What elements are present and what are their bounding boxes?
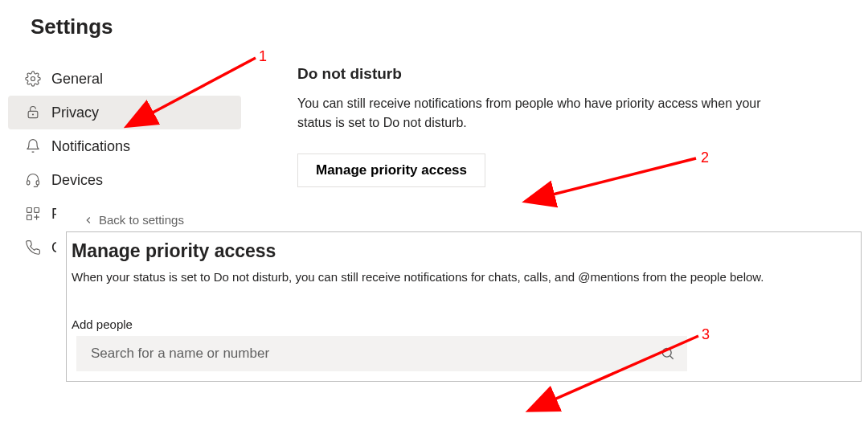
sidebar-item-privacy[interactable]: Privacy	[8, 96, 241, 129]
panel-title: Manage priority access	[72, 240, 856, 262]
add-people-label: Add people	[72, 317, 856, 331]
sidebar-item-label: Notifications	[51, 138, 130, 155]
svg-rect-5	[27, 208, 32, 213]
sidebar-item-label: General	[51, 71, 103, 88]
gear-icon	[24, 70, 42, 88]
sidebar-item-label: Ca	[51, 240, 56, 256]
sidebar-item-label: Devices	[51, 172, 103, 189]
back-to-settings-link[interactable]: Back to settings	[67, 205, 184, 231]
manage-priority-access-button[interactable]: Manage priority access	[297, 154, 485, 187]
sidebar-item-permissions[interactable]: Pe	[8, 197, 56, 231]
search-input[interactable]	[91, 346, 660, 362]
panel-desc: When your status is set to Do not distur…	[72, 268, 856, 285]
sidebar-item-general[interactable]: General	[8, 62, 241, 96]
back-label: Back to settings	[99, 213, 184, 227]
headset-icon	[24, 171, 42, 189]
svg-rect-4	[36, 181, 39, 185]
dnd-desc: You can still receive notifications from…	[297, 94, 780, 133]
annotation-2: 2	[701, 149, 709, 166]
page-title: Settings	[0, 0, 868, 39]
priority-access-panel: Back to settings Manage priority access …	[66, 231, 862, 382]
annotation-3: 3	[702, 326, 710, 343]
svg-rect-6	[35, 208, 39, 213]
svg-rect-3	[27, 181, 30, 185]
svg-point-0	[31, 77, 35, 81]
sidebar-item-label: Privacy	[51, 104, 99, 121]
dnd-title: Do not disturb	[297, 65, 852, 83]
svg-point-8	[662, 348, 671, 357]
bell-icon	[24, 137, 42, 155]
chevron-left-icon	[83, 215, 94, 226]
apps-icon	[24, 205, 42, 223]
sidebar-item-label: Pe	[51, 206, 56, 223]
svg-point-2	[32, 113, 34, 115]
svg-rect-7	[27, 215, 32, 220]
sidebar-item-calls[interactable]: Ca	[8, 231, 56, 264]
search-people-field[interactable]	[76, 336, 687, 371]
search-icon	[660, 346, 676, 362]
annotation-1: 1	[259, 48, 267, 65]
phone-icon	[24, 239, 42, 256]
sidebar-item-devices[interactable]: Devices	[8, 163, 241, 197]
sidebar-item-notifications[interactable]: Notifications	[8, 129, 241, 163]
lock-icon	[24, 104, 42, 121]
